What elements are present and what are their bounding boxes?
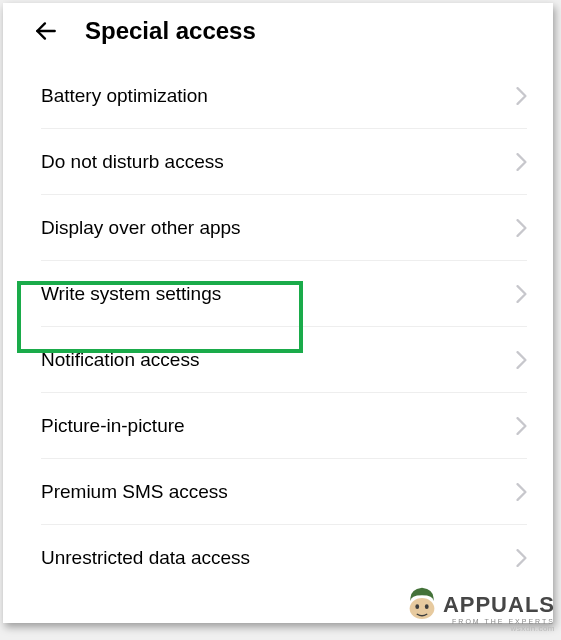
settings-screen: Special access Battery optimization Do n… [3, 3, 553, 623]
item-label: Picture-in-picture [41, 415, 185, 437]
arrow-left-icon [33, 18, 59, 44]
header-bar: Special access [3, 3, 553, 63]
item-display-over-other-apps[interactable]: Display over other apps [3, 195, 553, 261]
settings-list: Battery optimization Do not disturb acce… [3, 63, 553, 591]
item-label: Display over other apps [41, 217, 241, 239]
item-label: Premium SMS access [41, 481, 228, 503]
item-label: Unrestricted data access [41, 547, 250, 569]
item-label: Do not disturb access [41, 151, 224, 173]
chevron-right-icon [516, 87, 527, 105]
svg-point-2 [415, 604, 419, 609]
item-do-not-disturb-access[interactable]: Do not disturb access [3, 129, 553, 195]
item-battery-optimization[interactable]: Battery optimization [3, 63, 553, 129]
chevron-right-icon [516, 153, 527, 171]
chevron-right-icon [516, 285, 527, 303]
back-button[interactable] [33, 18, 59, 44]
watermark-source: wsxdn.com [443, 625, 555, 634]
mascot-icon [403, 580, 441, 620]
svg-point-3 [425, 604, 429, 609]
chevron-right-icon [516, 351, 527, 369]
chevron-right-icon [516, 417, 527, 435]
page-title: Special access [85, 17, 256, 45]
item-picture-in-picture[interactable]: Picture-in-picture [3, 393, 553, 459]
item-notification-access[interactable]: Notification access [3, 327, 553, 393]
chevron-right-icon [516, 549, 527, 567]
item-label: Notification access [41, 349, 199, 371]
watermark-brand: APPUALS [443, 593, 555, 617]
watermark: APPUALS FROM THE EXPERTS wsxdn.com [443, 593, 555, 634]
item-premium-sms-access[interactable]: Premium SMS access [3, 459, 553, 525]
chevron-right-icon [516, 219, 527, 237]
item-unrestricted-data-access[interactable]: Unrestricted data access [3, 525, 553, 591]
item-label: Write system settings [41, 283, 221, 305]
item-write-system-settings[interactable]: Write system settings [3, 261, 553, 327]
item-label: Battery optimization [41, 85, 208, 107]
chevron-right-icon [516, 483, 527, 501]
